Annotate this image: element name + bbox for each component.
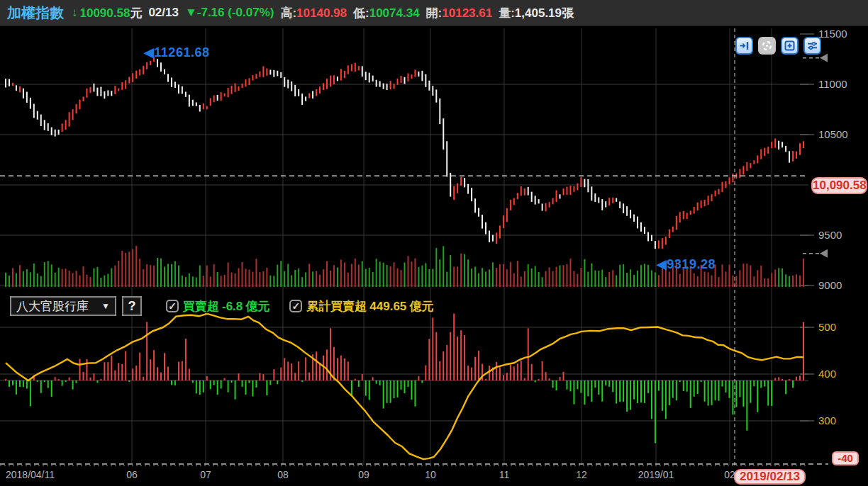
bank-group-dropdown[interactable]: 八大官股行庫 ▼ [10, 296, 116, 316]
x-axis-tick: 2018/04/11 [6, 469, 55, 480]
cumulative-netbuy-label: 累計買賣超449.65億元 [306, 298, 436, 315]
day-high: 高:10140.98 [280, 5, 347, 21]
day-low: 低:10074.34 [353, 5, 420, 21]
zoom-in-button[interactable] [781, 37, 799, 55]
crosshair-value-pill: -40 [832, 451, 859, 465]
daily-netbuy-checkbox[interactable]: ✓ [166, 300, 179, 312]
y-axis-tick: 11500 [818, 28, 847, 40]
cumulative-netbuy-toggle-group: ✓ 累計買賣超449.65億元 [289, 298, 436, 315]
x-axis-tick: 2019/01 [638, 469, 674, 480]
daily-netbuy-label: 買賣超-6.8億元 [183, 298, 272, 315]
chart-settings-button[interactable] [803, 37, 821, 55]
chevron-down-icon: ▼ [101, 301, 110, 311]
down-arrow-icon: ↓ [72, 6, 78, 20]
target-icon [761, 40, 773, 52]
quote-date: 02/13 [148, 6, 179, 20]
day-open: 開:10123.61 [426, 5, 493, 21]
indicator-axis-tick: 300 [818, 414, 836, 426]
low-annotation: ◀9319.28 [657, 256, 716, 272]
y-axis-tick: 11000 [818, 78, 847, 90]
stock-chart-app: 加權指數 ↓ 10090.58元 02/13 ▼-7.16 (-0.07%) 高… [0, 0, 868, 486]
indicator-axis-tick: 500 [818, 321, 836, 333]
indicator-axis-tick: 400 [818, 368, 836, 380]
target-button[interactable] [758, 37, 776, 55]
day-volume: 量:1,405.19張 [499, 5, 574, 21]
chart-toolbar [735, 37, 821, 55]
jump-to-latest-button[interactable] [735, 37, 753, 55]
price-chart-canvas[interactable] [0, 0, 868, 486]
y-axis-tick: 9500 [818, 229, 842, 241]
daily-netbuy-toggle-group: ✓ 買賣超-6.8億元 [166, 298, 272, 315]
last-price: 10090.58元 [80, 5, 143, 21]
x-axis-tick: 11 [499, 469, 510, 480]
x-axis-tick: 07 [200, 469, 211, 480]
y-axis-tick: 9000 [818, 279, 842, 291]
quote-header: 加權指數 ↓ 10090.58元 02/13 ▼-7.16 (-0.07%) 高… [0, 0, 868, 26]
high-annotation: ◀11261.68 [144, 45, 209, 60]
x-axis-tick: 06 [126, 469, 138, 480]
index-title: 加權指數 [7, 4, 64, 23]
x-axis-tick: 10 [425, 469, 436, 480]
cumulative-netbuy-checkbox[interactable]: ✓ [289, 300, 302, 312]
x-axis-tick: 09 [358, 469, 369, 480]
settings-sliders-icon [806, 40, 818, 52]
left-arrow-icon: ◀ [144, 45, 154, 60]
crosshair-date-pill: 2019/02/13 [734, 469, 806, 485]
zoom-in-icon [784, 40, 796, 52]
jump-to-latest-icon [738, 40, 750, 52]
left-arrow-icon: ◀ [657, 257, 667, 271]
x-axis-tick: 12 [576, 469, 587, 480]
lower-panel-header: 八大官股行庫 ▼ ? ✓ 買賣超-6.8億元 ✓ 累計買賣超449.65億元 [10, 296, 436, 316]
price-change: ▼-7.16 (-0.07%) [185, 6, 274, 20]
x-axis-tick: 08 [277, 469, 289, 480]
help-button[interactable]: ? [122, 296, 142, 316]
y-axis-tick: 10500 [818, 128, 848, 140]
high-annotation-value: 11261.68 [154, 45, 209, 60]
low-annotation-value: 9319.28 [667, 257, 716, 271]
bank-group-dropdown-label: 八大官股行庫 [16, 298, 89, 315]
current-price-pill: 10,090.58 [811, 177, 867, 194]
